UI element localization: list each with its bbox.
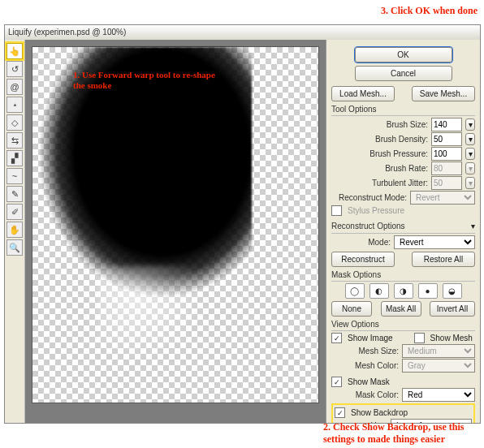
mask-intersect-icon[interactable]: ● bbox=[418, 283, 438, 299]
show-mesh-label: Show Mesh bbox=[430, 334, 473, 342]
brush-pressure-label: Brush Pressure: bbox=[369, 149, 428, 158]
forward-warp-tool[interactable]: 👆 bbox=[6, 43, 23, 59]
brush-pressure-dropdown[interactable]: ▾ bbox=[465, 148, 475, 160]
brush-size-label: Brush Size: bbox=[387, 120, 428, 129]
brush-rate-label: Brush Rate: bbox=[385, 164, 428, 173]
reconstruct-mode-select: Revert bbox=[410, 191, 475, 205]
view-options-heading: View Options bbox=[331, 320, 475, 329]
mask-color-label: Mask Color: bbox=[356, 390, 399, 399]
turbulent-jitter-dropdown: ▾ bbox=[465, 177, 475, 189]
zoom-tool[interactable]: 🔍 bbox=[6, 239, 23, 256]
show-backdrop-label: Show Backdrop bbox=[351, 408, 408, 417]
invert-all-button[interactable]: Invert All bbox=[430, 301, 475, 317]
annotation-1: 1. Use Forward warp tool to re-shape the… bbox=[73, 70, 227, 91]
brush-size-input[interactable] bbox=[431, 118, 462, 131]
mesh-color-select: Gray bbox=[402, 359, 475, 373]
turbulent-jitter-label: Turbulent Jitter: bbox=[372, 179, 428, 187]
brush-pressure-input[interactable] bbox=[431, 147, 462, 161]
smoke-wisp bbox=[97, 266, 227, 364]
cancel-button[interactable]: Cancel bbox=[355, 66, 452, 81]
show-mesh-checkbox[interactable] bbox=[414, 333, 425, 343]
brush-density-label: Brush Density: bbox=[375, 135, 428, 144]
options-panel: OK Cancel Load Mesh... Save Mesh... Tool… bbox=[326, 40, 480, 423]
recon-mode-label: Mode: bbox=[368, 238, 391, 247]
load-mesh-button[interactable]: Load Mesh... bbox=[331, 86, 395, 101]
reconstruct-mode-label: Reconstruct Mode: bbox=[339, 193, 407, 202]
stylus-pressure-checkbox bbox=[331, 205, 342, 216]
push-left-tool[interactable]: ⇆ bbox=[6, 132, 23, 149]
ok-button[interactable]: OK bbox=[355, 47, 452, 62]
show-mask-checkbox[interactable]: ✓ bbox=[331, 377, 342, 387]
mask-none-button[interactable]: None bbox=[331, 301, 372, 317]
reconstruct-tool[interactable]: ↺ bbox=[6, 61, 23, 77]
mask-invert-icon[interactable]: ◒ bbox=[443, 283, 462, 299]
brush-density-dropdown[interactable]: ▾ bbox=[465, 133, 475, 145]
freeze-mask-tool[interactable]: ✎ bbox=[6, 186, 23, 202]
brush-rate-input bbox=[431, 162, 462, 175]
show-backdrop-checkbox[interactable]: ✓ bbox=[335, 407, 345, 418]
brush-rate-dropdown: ▾ bbox=[465, 162, 475, 174]
section-collapse-icon[interactable]: ▾ bbox=[471, 222, 475, 230]
show-image-label: Show Image bbox=[348, 334, 393, 342]
thaw-mask-tool[interactable]: ✐ bbox=[6, 204, 23, 220]
stylus-pressure-label: Stylus Pressure bbox=[348, 206, 404, 215]
brush-size-dropdown[interactable]: ▾ bbox=[465, 118, 475, 131]
mesh-color-label: Mesh Color: bbox=[355, 361, 399, 370]
mask-options-heading: Mask Options bbox=[331, 270, 475, 279]
recon-mode-select[interactable]: Revert bbox=[394, 235, 475, 249]
mask-add-icon[interactable]: ◐ bbox=[369, 283, 389, 299]
mask-subtract-icon[interactable]: ◑ bbox=[394, 283, 413, 299]
tool-options-heading: Tool Options bbox=[331, 105, 475, 114]
mesh-size-label: Mesh Size: bbox=[359, 347, 399, 355]
reconstruct-options-heading: Reconstruct Options bbox=[331, 222, 405, 230]
dialog-title: Liquify (experimen.psd @ 100%) bbox=[5, 25, 480, 41]
mirror-tool[interactable]: ▞ bbox=[6, 150, 23, 166]
liquify-dialog: Liquify (experimen.psd @ 100%) 👆 ↺ @ ⋆ ◇… bbox=[4, 24, 481, 424]
turbulent-jitter-input bbox=[431, 176, 462, 190]
annotation-3: 3. Click OK when done bbox=[381, 5, 478, 16]
turbulence-tool[interactable]: ~ bbox=[6, 168, 23, 184]
hand-tool[interactable]: ✋ bbox=[6, 222, 23, 238]
mask-all-button[interactable]: Mask All bbox=[381, 301, 421, 317]
restore-all-button[interactable]: Restore All bbox=[412, 252, 475, 267]
reconstruct-button[interactable]: Reconstruct bbox=[331, 252, 395, 267]
preview-canvas[interactable]: 1. Use Forward warp tool to re-shape the… bbox=[32, 46, 319, 403]
brush-density-input[interactable] bbox=[431, 132, 462, 146]
mask-color-select[interactable]: Red bbox=[402, 388, 475, 402]
save-mesh-button[interactable]: Save Mesh... bbox=[412, 86, 475, 101]
annotation-2: 2. Check Show Backdrop, use this setting… bbox=[323, 421, 478, 445]
show-backdrop-highlight: ✓Show Backdrop Use:Layer 1 Mode:Behind O… bbox=[331, 403, 475, 423]
twirl-tool[interactable]: @ bbox=[6, 79, 23, 95]
canvas-area: 1. Use Forward warp tool to re-shape the… bbox=[25, 40, 326, 423]
tool-strip: 👆 ↺ @ ⋆ ◇ ⇆ ▞ ~ ✎ ✐ ✋ 🔍 bbox=[5, 40, 25, 423]
show-image-checkbox[interactable]: ✓ bbox=[331, 333, 342, 343]
mask-replace-icon[interactable]: ◯ bbox=[345, 283, 365, 299]
pucker-tool[interactable]: ⋆ bbox=[6, 97, 23, 113]
bloat-tool[interactable]: ◇ bbox=[6, 114, 23, 131]
show-mask-label: Show Mask bbox=[348, 377, 390, 386]
mesh-size-select: Medium bbox=[402, 344, 475, 358]
